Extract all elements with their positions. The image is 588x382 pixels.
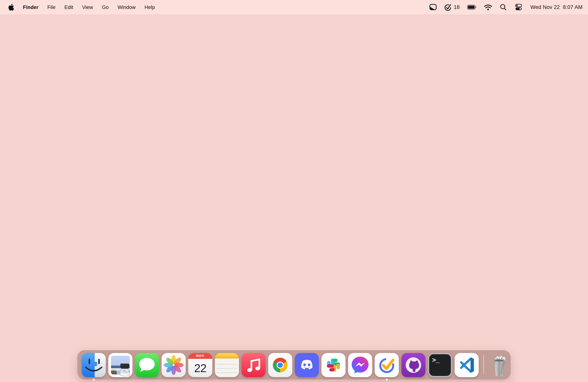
dock-icon-photos[interactable]	[162, 353, 186, 377]
dock-icon-vscode[interactable]	[455, 353, 479, 377]
menubar-item-file[interactable]: File	[47, 4, 55, 10]
dock-icon-calendar[interactable]: NOV 22	[188, 353, 212, 377]
ticktick-menubar-badge[interactable]: 18	[444, 3, 460, 11]
apple-menu[interactable]	[8, 4, 14, 11]
dock-icon-ticktick[interactable]	[375, 353, 399, 377]
dock-icon-preview[interactable]	[108, 353, 132, 377]
menubar-time: 8:07 AM	[563, 4, 583, 10]
dock-icon-chrome[interactable]	[268, 353, 292, 377]
running-indicator	[386, 379, 388, 381]
wifi-icon[interactable]	[484, 4, 492, 11]
dock-icon-messages[interactable]	[135, 353, 159, 377]
menubar-clock[interactable]: Wed Nov 22 8:07 AM	[530, 4, 583, 10]
dock-icon-slack[interactable]	[321, 353, 346, 377]
menubar-item-view[interactable]: View	[82, 4, 93, 10]
menubar-item-help[interactable]: Help	[145, 4, 155, 10]
dock: NOV 22	[77, 350, 511, 380]
control-center-icon[interactable]	[514, 4, 523, 11]
dock-separator	[483, 355, 484, 374]
menubar-item-finder[interactable]: Finder	[23, 4, 38, 10]
dock-icon-messenger[interactable]	[348, 353, 372, 377]
menubar-item-go[interactable]: Go	[102, 4, 109, 10]
menubar-item-window[interactable]: Window	[118, 4, 136, 10]
terminal-prompt: >_	[432, 357, 439, 364]
desktop-wallpaper	[0, 14, 588, 382]
calendar-day: 22	[188, 359, 212, 377]
battery-full-icon[interactable]	[467, 4, 476, 11]
search-icon[interactable]	[500, 3, 507, 11]
check-circle-icon	[444, 3, 452, 11]
dock-icon-music[interactable]	[242, 353, 266, 377]
screen-mirroring-icon[interactable]	[429, 3, 437, 11]
apple-icon	[8, 4, 14, 11]
menu-bar: Finder File Edit View Go Window Help 18	[0, 0, 588, 14]
dock-icon-trash[interactable]	[488, 353, 510, 378]
dock-icon-discord[interactable]	[295, 353, 319, 377]
dock-icon-finder[interactable]	[82, 353, 106, 377]
calendar-month: NOV	[188, 353, 212, 359]
dock-icon-github[interactable]	[401, 353, 425, 377]
dock-icon-notes[interactable]	[215, 353, 239, 377]
dock-icon-terminal[interactable]: >_	[428, 353, 452, 377]
dock-apps: NOV 22	[82, 353, 479, 377]
menu-bar-left: Finder File Edit View Go Window Help	[0, 4, 155, 11]
running-indicator	[93, 379, 95, 381]
menubar-item-edit[interactable]: Edit	[64, 4, 73, 10]
menubar-date: Wed Nov 22	[530, 4, 560, 10]
menu-bar-status: 18	[429, 3, 588, 11]
task-count: 18	[454, 4, 460, 10]
